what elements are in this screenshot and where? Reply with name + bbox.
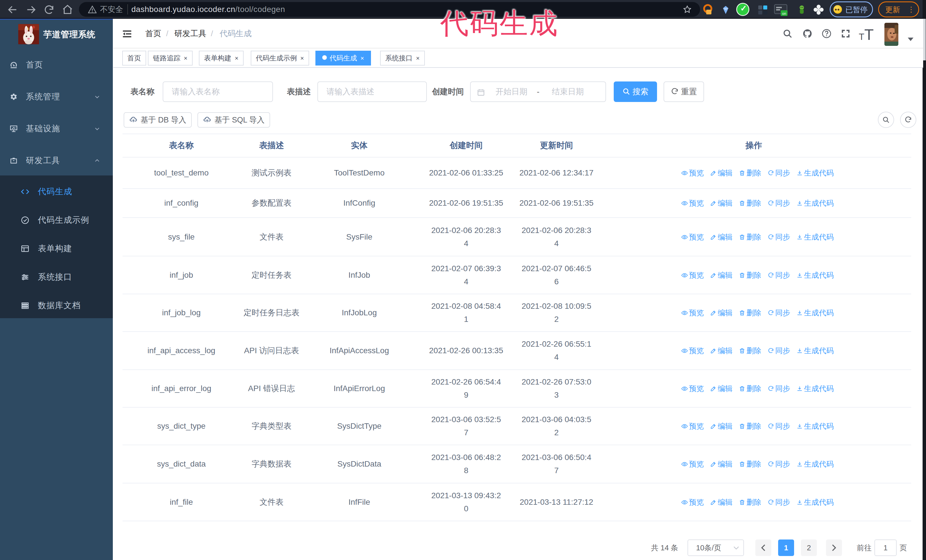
svg-text:on: on — [782, 11, 786, 16]
